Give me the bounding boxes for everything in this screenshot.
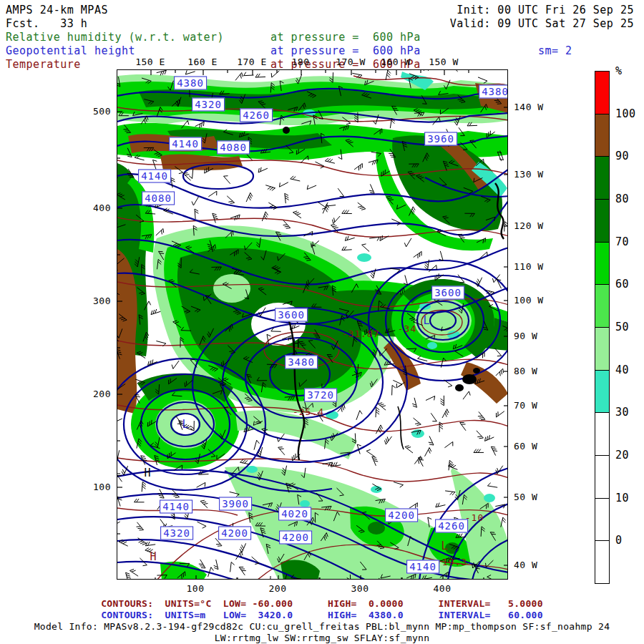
height-contour-label: 4140 [169,137,202,151]
top-axis-label: 170 E [237,57,267,67]
top-axis-label: 160 E [187,57,218,67]
height-contour-label: 4380 [479,85,508,99]
high-center-marker: H [150,550,156,563]
colorbar-tick-label: 30 [615,406,629,419]
colorbar-segment [595,114,610,157]
right-axis-label: 80 W [514,366,537,376]
temp-contour-label: -25.4 [293,406,324,417]
high-center-marker: H [293,338,299,351]
height-contour-label: 3600 [431,286,464,300]
field-label: Temperature [6,58,81,71]
colorbar-segment [595,540,610,584]
height-contour-label: 4140 [160,500,192,514]
bottom-axis-label: 100 [187,583,205,594]
height-contour-label: 4140 [406,560,439,574]
right-axis-label: 90 W [514,331,537,341]
model-info-line2: LW:rrtmg_lw SW:rrtmg_sw SFLAY:sf_mynn [0,633,644,643]
height-contour-label: 3600 [275,308,308,322]
left-axis-label: 400 [93,203,111,213]
height-contour-label: 3960 [424,132,457,146]
colorbar-tick-label: 80 [615,192,629,205]
field-label: Geopotential height [6,44,135,57]
colorbar [595,71,610,583]
temp-contour-label: -19.3 [436,557,467,567]
height-contour-label: 3480 [285,356,318,369]
left-axis-label: 300 [93,296,111,306]
colorbar-segment [595,455,610,499]
height-contour-label: 4320 [192,98,225,112]
temp-contour-label: -31.87 [342,328,380,339]
forecast-hour: Fcst. 33 h [6,17,87,30]
colorbar-segment [595,370,610,414]
left-axis-label: 500 [93,106,111,117]
colorbar-tick-label: 40 [615,364,629,376]
height-contour-label: 3900 [219,497,252,511]
high-center-marker: H [144,467,150,479]
height-contour-info: CONTOURS: UNITS=m LOW= 3420.0 HIGH= 4380… [0,610,644,620]
low-center-marker: L [441,540,447,552]
colorbar-segment [595,498,610,542]
field-label: Relative humidity (w.r.t. water) [6,31,224,44]
map-area: 4380432042604140408041404080396043803600… [117,69,508,580]
height-contour-label: 4380 [174,77,207,90]
height-contour-label: 4200 [385,509,418,522]
top-axis-label: 180 [292,57,310,67]
height-contour-label: 4260 [240,109,273,122]
low-center-marker: L [423,314,429,327]
right-axis-label: 110 W [514,261,544,272]
right-axis-label: 120 W [514,220,544,231]
colorbar-tick-label: 100 [615,107,636,120]
low-center-marker: L [182,418,188,431]
right-axis-label: 70 W [514,400,537,411]
field-pressure: at pressure = 600 hPa [270,44,421,57]
colorbar-segment [595,284,610,328]
temp-contour-info: CONTOURS: UNITS=°C LOW= -60.000 HIGH= 0.… [0,598,644,609]
field-pressure: at pressure = 600 hPa [270,31,421,44]
right-axis-label: 140 W [514,102,544,112]
height-contour-label: 4200 [218,527,251,540]
height-contour-label: 4140 [138,170,171,183]
height-contour-label: 4080 [217,141,250,155]
temp-contour-label: -34 [398,323,416,334]
colorbar-tick-label: 20 [615,449,629,462]
colorbar-segment [595,199,610,243]
top-axis-label: 150 W [429,57,459,67]
plot-title: AMPS 24-km MPAS [6,4,108,16]
right-axis-label: 40 W [514,560,537,570]
colorbar-segment [595,71,610,114]
right-axis-label: 50 W [514,492,537,502]
left-axis-label: 200 [93,389,111,399]
colorbar-segment [595,156,610,200]
height-contour-label: 4080 [142,192,175,205]
top-axis-label: 150 E [135,57,165,67]
bottom-axis-label: 400 [434,583,452,594]
colorbar-segment [595,327,610,371]
colorbar-tick-label: 60 [615,278,629,291]
init-time: Init: 00 UTC Fri 26 Sep 25 [457,4,634,16]
height-contour-label: 4320 [160,527,193,540]
height-contour-label: 4020 [278,507,311,521]
height-contour-label: 3720 [304,389,337,402]
colorbar-unit: % [615,64,623,77]
colorbar-tick-label: 50 [615,321,629,333]
colorbar-tick-label: 10 [615,492,629,504]
amps-forecast-plot: { "header": { "title": "AMPS 24-km MPAS"… [0,0,644,644]
left-axis-label: 100 [93,482,111,492]
top-axis-label: 160 W [381,57,411,67]
height-contour-label: 4200 [279,531,312,545]
colorbar-segment [595,412,610,456]
height-contour-label: 4260 [435,519,468,533]
valid-time: Valid: 09 UTC Sat 27 Sep 25 [450,17,634,30]
smoothing-value: sm= 2 [538,44,572,57]
model-info-line1: Model Info: MPASv8.2.3-194-gf29cd82c CU:… [0,621,644,632]
colorbar-tick-label: 0 [615,534,623,547]
right-axis-label: 60 W [514,441,537,452]
bottom-axis-label: 200 [269,583,287,594]
bottom-axis-label: 300 [351,583,369,594]
right-axis-label: 130 W [514,169,544,180]
right-axis-label: 100 W [514,295,544,306]
top-axis-label: 170 W [336,57,366,67]
colorbar-segment [595,242,610,286]
colorbar-tick-label: 70 [615,235,629,248]
colorbar-tick-label: 90 [615,150,629,162]
